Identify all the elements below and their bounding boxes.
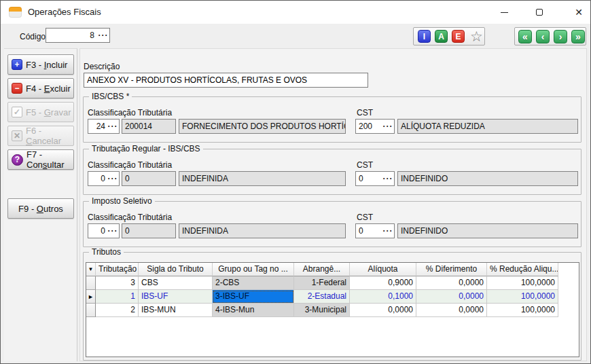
close-button[interactable]: ✕: [569, 3, 589, 22]
f5-label: F5 - Gravar: [26, 107, 71, 117]
tributos-grid: ▼ Tributação Sigla do Tributo Grupo ou T…: [86, 262, 579, 357]
cell-reducao[interactable]: 100,0000: [487, 304, 558, 317]
f3-incluir-button[interactable]: + F3 - Incluir: [7, 54, 74, 75]
x-icon: ✕: [12, 130, 22, 141]
minimize-icon: [501, 12, 508, 13]
cst-desc-field-3: INDEFINIDO: [397, 223, 578, 238]
cst-label-3: CST: [357, 213, 373, 222]
group-ibs-cbs-title: IBS/CBS *: [89, 92, 132, 101]
record-flags-panel: I A E ☆: [413, 27, 485, 46]
codigo-field[interactable]: 8 ···: [46, 28, 110, 43]
cell-grupo[interactable]: 2-CBS: [213, 276, 294, 290]
cst-lookup-button-2[interactable]: ···: [382, 172, 394, 185]
maximize-button[interactable]: [529, 3, 550, 22]
cell-tributacao[interactable]: 1: [96, 290, 139, 304]
table-row[interactable]: 3 CBS 2-CBS 1-Federal 0,9000 0,0000 100,…: [86, 276, 579, 290]
col-header-tributacao[interactable]: Tributação: [96, 263, 139, 276]
cell-aliquota[interactable]: 0,9000: [350, 276, 416, 290]
cell-abrangencia[interactable]: 2-Estadual: [294, 290, 350, 304]
cst-code-field-1[interactable]: 200···: [355, 119, 395, 134]
flag-e-button[interactable]: E: [452, 30, 465, 43]
app-icon: [9, 7, 22, 18]
minus-icon: −: [12, 83, 22, 94]
row-marker-icon: ►: [86, 290, 96, 304]
col-header-diferimento[interactable]: % Diferimento: [416, 263, 487, 276]
ct-desc-field-3: INDEFINIDA: [179, 223, 346, 238]
ct-lookup-button-1[interactable]: ···: [107, 120, 119, 132]
cst-lookup-button-1[interactable]: ···: [382, 120, 394, 132]
cell-sigla[interactable]: IBS-UF: [139, 290, 213, 304]
title-bar: Operações Fiscais ✕: [1, 1, 590, 24]
window-title: Operações Fiscais: [28, 7, 101, 17]
col-header-aliquota[interactable]: Alíquota: [350, 263, 416, 276]
cell-tributacao[interactable]: 2: [96, 304, 139, 317]
table-row[interactable]: 2 IBS-MUN 4-IBS-Mun 3-Municipal 0,0000 0…: [86, 304, 579, 317]
cell-aliquota[interactable]: 0,0000: [350, 304, 416, 317]
codigo-lookup-button[interactable]: ···: [97, 29, 109, 41]
cell-tributacao[interactable]: 3: [96, 276, 139, 290]
nav-next-button[interactable]: ›: [554, 30, 567, 43]
ct-label-3: Classificação Tributária: [88, 213, 172, 222]
col-header-grupo[interactable]: Grupo ou Tag no ...: [213, 263, 294, 276]
minimize-button[interactable]: [494, 3, 514, 22]
codigo-label: Código: [20, 32, 46, 41]
cell-diferimento[interactable]: 0,0000: [416, 304, 487, 317]
cell-reducao[interactable]: 100,0000: [487, 290, 558, 304]
cell-diferimento[interactable]: 0,0000: [416, 276, 487, 290]
cst-label-2: CST: [357, 160, 373, 170]
row-indicator-cell: [86, 304, 96, 317]
row-indicator-cell: [86, 276, 96, 290]
f4-excluir-button[interactable]: − F4 - Excluir: [7, 78, 74, 98]
cst-code-field-2[interactable]: 0···: [355, 171, 395, 186]
ct-desc-field-1: FORNECIMENTO DOS PRODUTOS HORTÍCC: [179, 119, 346, 134]
plus-icon: +: [12, 59, 22, 70]
ct-code2-field-3: 0: [122, 223, 176, 238]
favorite-star-icon[interactable]: ☆: [470, 29, 483, 43]
col-header-abrangencia[interactable]: Abrangê...: [294, 263, 350, 276]
cell-grupo[interactable]: 4-IBS-Mun: [213, 304, 294, 317]
group-tributacao-regular-title: Tributação Regular - IBS/CBS: [89, 144, 203, 153]
cst-desc-field-1: ALÍQUOTA REDUZIDA: [397, 119, 578, 134]
ct-code-field-2[interactable]: 0···: [88, 171, 120, 186]
cell-abrangencia[interactable]: 1-Federal: [294, 276, 350, 290]
cell-sigla[interactable]: IBS-MUN: [139, 304, 213, 317]
cell-abrangencia[interactable]: 3-Municipal: [294, 304, 350, 317]
ct-desc-field-2: INDEFINIDA: [179, 171, 346, 186]
f7-consultar-button[interactable]: ? F7 - Consultar: [7, 149, 74, 170]
table-row-selected[interactable]: ► 1 IBS-UF 3-IBS-UF 2-Estadual 0,1000 0,…: [86, 290, 579, 304]
cell-sigla[interactable]: CBS: [139, 276, 213, 290]
flag-i-button[interactable]: I: [418, 30, 431, 43]
ct-code2-field-2: 0: [122, 171, 176, 186]
nav-prev-button[interactable]: ‹: [536, 30, 550, 43]
close-icon: ✕: [575, 7, 583, 17]
filter-icon[interactable]: ▼: [86, 263, 96, 276]
ct-code-field-1[interactable]: 24···: [88, 119, 120, 134]
ct-lookup-button-3[interactable]: ···: [107, 225, 119, 237]
check-icon: ✓: [12, 107, 22, 117]
grid-header-row: ▼ Tributação Sigla do Tributo Grupo ou T…: [86, 263, 579, 276]
col-header-reducao[interactable]: % Redução Aliqu...: [487, 263, 558, 276]
cst-lookup-button-3[interactable]: ···: [382, 225, 394, 237]
nav-last-button[interactable]: »: [571, 30, 585, 43]
flag-a-button[interactable]: A: [435, 30, 448, 43]
cell-reducao[interactable]: 100,0000: [487, 276, 558, 290]
col-header-sigla[interactable]: Sigla do Tributo: [139, 263, 213, 276]
f3-label: F3 - Incluir: [26, 60, 67, 70]
cell-aliquota[interactable]: 0,1000: [350, 290, 416, 304]
codigo-value: 8: [46, 31, 97, 40]
cell-diferimento[interactable]: 0,0000: [416, 290, 487, 304]
ct-code-field-3[interactable]: 0···: [88, 223, 120, 238]
group-tributos-title: Tributos: [89, 247, 124, 257]
descricao-input[interactable]: [84, 73, 368, 88]
cell-grupo-focused[interactable]: 3-IBS-UF: [213, 290, 294, 304]
cst-desc-field-2: INDEFINIDO: [397, 171, 578, 186]
f5-gravar-button: ✓ F5 - Gravar: [7, 102, 74, 122]
f6-label: F6 - Cancelar: [26, 126, 73, 146]
ct-lookup-button-2[interactable]: ···: [107, 172, 119, 185]
nav-first-button[interactable]: «: [518, 30, 532, 43]
ct-code2-field-1: 200014: [122, 119, 176, 134]
sidebar: + F3 - Incluir − F4 - Excluir ✓ F5 - Gra…: [4, 48, 77, 361]
cst-code-field-3[interactable]: 0···: [355, 223, 395, 238]
f6-cancelar-button: ✕ F6 - Cancelar: [7, 126, 74, 146]
f9-outros-button[interactable]: F9 - Outros: [7, 198, 74, 219]
